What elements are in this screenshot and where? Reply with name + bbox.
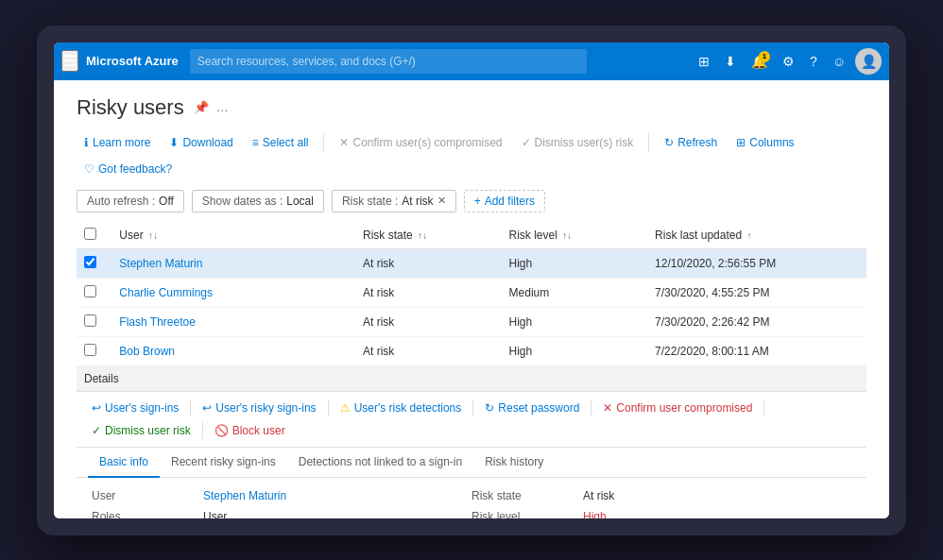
detail-field: Risk stateAt risk [472,485,851,506]
columns-button[interactable]: ⊞ Columns [729,131,801,154]
detail-field: UserStephen Maturin [92,485,472,506]
table-row[interactable]: Flash Threetoe At risk High 7/30/2020, 2… [77,307,866,336]
user-link[interactable]: Stephen Maturin [119,257,202,270]
auto-refresh-value: Off [159,195,174,208]
detail-field-value[interactable]: Stephen Maturin [203,489,286,502]
search-input[interactable] [190,49,587,74]
more-options-icon[interactable]: … [216,100,229,114]
action-sep-4 [591,399,592,416]
user-link[interactable]: Bob Brown [119,345,175,358]
row-risk-level: Medium [502,278,648,307]
select-all-button[interactable]: ≡ Select all [245,131,317,154]
header-user[interactable]: User ↑↓ [111,222,355,249]
filters-bar: Auto refresh : Off Show dates as : Local… [77,190,866,212]
row-checkbox[interactable] [84,285,96,297]
row-risk-state: At risk [355,336,502,365]
row-risk-updated: 7/30/2020, 2:26:42 PM [647,307,866,336]
table-header-row: User ↑↓ Risk state ↑↓ Risk level ↑↓ Ri [77,222,866,249]
dismiss-risk-button[interactable]: ✓ Dismiss user(s) risk [514,131,642,154]
learn-more-button[interactable]: ℹ Learn more [77,131,158,154]
dates-filter[interactable]: Show dates as : Local [192,190,324,212]
hamburger-menu[interactable]: ☰ [61,50,78,72]
header-risk-updated[interactable]: Risk last updated ↑ [647,222,866,249]
risky-sign-ins-button[interactable]: ↩ User's risky sign-ins [195,398,323,418]
warning-icon: ⚠ [340,401,351,415]
settings-icon[interactable]: ⚙ [777,50,800,73]
block-user-button[interactable]: 🚫 Block user [207,420,293,441]
user-link[interactable]: Flash Threetoe [119,315,196,329]
confirm-compromised-button[interactable]: ✕ Confirm user(s) compromised [332,131,509,154]
action-sep-1 [190,399,191,416]
header-risk-level[interactable]: Risk level ↑↓ [502,222,648,249]
row-risk-updated: 7/22/2020, 8:00:11 AM [647,336,866,365]
table-row[interactable]: Stephen Maturin At risk High 12/10/2020,… [77,248,866,278]
add-filters-button[interactable]: + Add filters [464,190,545,212]
download-icon: ⬇ [169,136,179,149]
detail-field-label: Roles [92,510,196,518]
cloud-shell-icon[interactable]: ⊞ [693,50,715,73]
info-icon: ℹ [84,136,89,149]
row-checkbox[interactable] [84,256,96,268]
detail-field-value: User [203,510,227,518]
screen: ☰ Microsoft Azure ⊞ ⬇ 🔔 1 ⚙ ? ☺ 👤 Risky … [54,42,889,518]
page-header: Risky users 📌 … [77,95,866,120]
risk-level-sort-icon: ↑↓ [562,230,572,241]
download-button[interactable]: ⬇ Download [162,131,240,154]
row-risk-state: At risk [355,278,502,307]
sign-ins-icon: ↩ [92,401,101,415]
action-sep-3 [472,399,473,416]
row-checkbox[interactable] [84,314,96,327]
select-all-checkbox[interactable] [84,228,96,240]
header-checkbox-col [77,222,111,249]
detail-field: RolesUser [92,506,472,518]
feedback-button[interactable]: ♡ Got feedback? [77,158,180,180]
feedback-icon[interactable]: ☺ [827,50,851,73]
check-success-icon: ✓ [92,424,101,437]
table-row[interactable]: Charlie Cummings At risk Medium 7/30/202… [77,278,866,307]
risk-detections-button[interactable]: ⚠ User's risk detections [333,398,470,418]
confirm-user-compromised-button[interactable]: ✕ Confirm user compromised [595,398,760,418]
dismiss-user-risk-button[interactable]: ✓ Dismiss user risk [84,420,198,441]
tab-recent-risky[interactable]: Recent risky sign-ins [160,448,287,478]
dates-value: Local [286,195,314,208]
risk-state-filter[interactable]: Risk state : At risk ✕ [332,190,456,212]
page-content: Risky users 📌 … ℹ Learn more ⬇ Download … [54,80,889,518]
sign-ins-button[interactable]: ↩ User's sign-ins [84,398,186,418]
tab-basic-info[interactable]: Basic info [88,448,160,478]
block-icon: 🚫 [214,424,229,437]
header-risk-state[interactable]: Risk state ↑↓ [355,222,502,249]
tab-risk-history[interactable]: Risk history [473,448,555,478]
list-icon: ≡ [252,136,259,149]
row-checkbox-cell [77,278,111,307]
x-danger-icon: ✕ [603,401,612,415]
help-icon[interactable]: ? [804,50,823,73]
action-sep-5 [763,399,764,416]
reset-password-button[interactable]: ↻ Reset password [477,398,587,418]
action-sep-2 [328,399,329,416]
directory-icon[interactable]: ⬇ [719,50,742,73]
auto-refresh-filter[interactable]: Auto refresh : Off [77,190,184,212]
detail-field: Risk levelHigh [472,506,851,518]
notifications-icon[interactable]: 🔔 1 [746,50,773,73]
details-header: Details [77,366,866,392]
columns-icon: ⊞ [736,136,746,149]
refresh-button[interactable]: ↻ Refresh [657,131,725,154]
risk-state-value: At risk [402,195,433,208]
risk-state-clear-icon[interactable]: ✕ [437,195,446,207]
toolbar-sep-2 [648,133,649,152]
row-risk-level: High [502,248,648,278]
row-checkbox[interactable] [84,344,96,356]
top-nav: ☰ Microsoft Azure ⊞ ⬇ 🔔 1 ⚙ ? ☺ 👤 [54,42,889,80]
check-icon: ✓ [522,136,531,149]
toolbar-sep-1 [323,133,324,152]
brand-name: Microsoft Azure [86,54,179,68]
user-link[interactable]: Charlie Cummings [119,286,213,299]
row-user: Flash Threetoe [111,307,355,336]
row-risk-level: High [502,336,648,365]
row-checkbox-cell [77,336,111,365]
avatar[interactable]: 👤 [855,48,882,75]
tab-detections[interactable]: Detections not linked to a sign-in [287,448,473,478]
users-table: User ↑↓ Risk state ↑↓ Risk level ↑↓ Ri [77,222,866,366]
table-row[interactable]: Bob Brown At risk High 7/22/2020, 8:00:1… [77,336,866,365]
pin-icon[interactable]: 📌 [194,100,209,114]
